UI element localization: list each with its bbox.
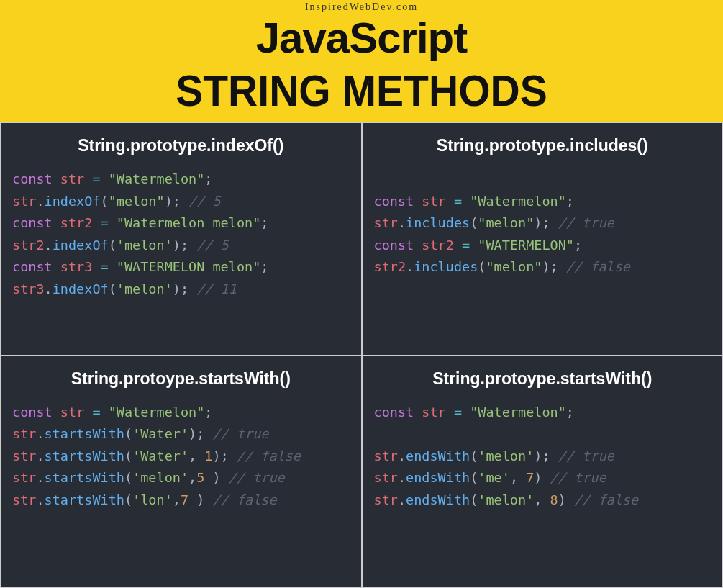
code-token: [470, 238, 478, 253]
code-token: "Watermelon": [470, 194, 566, 209]
title-line-2: STRING METHODS: [29, 66, 694, 115]
code-token: // false: [574, 492, 638, 507]
code-token: "Watermelon": [109, 404, 205, 420]
code-token: (: [109, 281, 117, 297]
code-token: // 5: [188, 194, 221, 209]
code-token: );: [165, 194, 181, 209]
code-token: [188, 238, 196, 253]
code-token: [462, 404, 470, 420]
code-token: [92, 215, 100, 230]
code-token: ;: [574, 238, 582, 253]
code-token: "melon": [109, 194, 165, 209]
code-token: (: [478, 259, 486, 274]
code-token: ;: [204, 171, 212, 186]
panel-title: String.protoype.startsWith(): [374, 369, 711, 389]
page-header: InspiredWebDev.com JavaScript STRING MET…: [0, 0, 723, 122]
code-token: [188, 281, 196, 297]
code-token: str: [422, 404, 445, 420]
code-token: 'Water': [132, 448, 188, 463]
code-token: [414, 238, 422, 253]
code-token: ;: [204, 404, 212, 420]
code-token: 'melon': [117, 281, 173, 297]
code-token: 'lon': [132, 492, 173, 507]
code-token: 'melon': [478, 492, 534, 507]
code-token: str2: [60, 215, 93, 230]
code-token: str: [60, 171, 84, 186]
code-token: endsWith: [406, 448, 470, 463]
code-token: // 11: [196, 281, 237, 297]
panel-includes: String.prototype.includes() const str = …: [362, 122, 724, 356]
code-token: (: [470, 215, 478, 230]
code-block: const str = "Watermelon"; str.startsWith…: [12, 402, 350, 512]
code-token: .: [398, 448, 406, 463]
code-block: const str = "Watermelon"; str.endsWith('…: [374, 402, 711, 512]
code-token: str: [60, 404, 84, 420]
code-token: [414, 404, 422, 420]
code-token: // false: [213, 492, 277, 507]
code-token: [84, 404, 92, 420]
code-token: [446, 404, 454, 420]
code-token: .: [398, 215, 406, 230]
code-token: // false: [566, 259, 630, 274]
code-token: );: [173, 238, 188, 253]
code-token: startsWith: [45, 492, 124, 507]
code-token: =: [101, 215, 109, 230]
panel-startswith: String.protoype.startsWith() const str =…: [0, 356, 362, 589]
code-token: );: [212, 448, 228, 463]
code-token: (: [470, 492, 478, 507]
code-token: 8: [550, 492, 558, 507]
code-token: 1: [204, 448, 212, 463]
code-token: .: [36, 426, 44, 441]
code-token: ;: [566, 404, 574, 420]
code-token: // true: [558, 215, 614, 230]
code-token: // false: [237, 448, 301, 463]
code-token: [566, 492, 574, 507]
code-token: ): [558, 492, 566, 507]
code-token: // true: [229, 470, 285, 485]
code-token: 'Water': [132, 426, 188, 441]
panel-title: String.prototype.includes(): [374, 136, 711, 155]
code-token: "melon": [478, 215, 534, 230]
code-token: "melon": [486, 259, 542, 274]
code-token: .: [398, 492, 406, 507]
code-token: (: [124, 492, 132, 507]
code-token: =: [92, 171, 100, 186]
code-token: str: [374, 215, 398, 230]
code-token: .: [36, 492, 44, 507]
code-token: ,: [510, 470, 526, 485]
code-token: indexOf: [45, 194, 101, 209]
code-token: str: [374, 492, 398, 507]
code-token: endsWith: [406, 492, 470, 507]
code-token: str: [12, 426, 36, 441]
code-token: [221, 470, 229, 485]
code-token: str: [374, 470, 398, 485]
code-token: startsWith: [45, 470, 124, 485]
panels-grid: String.prototype.indexOf() const str = "…: [0, 122, 723, 588]
code-token: includes: [414, 259, 478, 274]
code-token: 'me': [478, 470, 510, 485]
code-token: endsWith: [406, 470, 470, 485]
code-block: const str = "Watermelon"; str.indexOf("m…: [12, 168, 350, 300]
code-token: .: [45, 281, 53, 297]
code-token: [414, 194, 422, 209]
code-token: 7: [526, 470, 534, 485]
code-token: [53, 171, 60, 186]
code-token: const: [12, 215, 53, 230]
code-token: [53, 404, 60, 420]
code-token: .: [398, 470, 406, 485]
code-token: (: [124, 470, 132, 485]
title-line-1: JavaScript: [0, 14, 723, 62]
code-token: (: [470, 448, 478, 463]
code-token: [101, 171, 109, 186]
code-token: [550, 448, 558, 463]
code-token: );: [534, 215, 550, 230]
code-token: .: [406, 259, 414, 274]
code-token: [454, 238, 462, 253]
code-token: ;: [260, 215, 268, 230]
code-token: [181, 194, 188, 209]
code-token: const: [12, 259, 53, 274]
code-token: [204, 426, 212, 441]
code-token: str: [12, 470, 36, 485]
code-token: ,: [188, 448, 204, 463]
code-token: [53, 215, 60, 230]
